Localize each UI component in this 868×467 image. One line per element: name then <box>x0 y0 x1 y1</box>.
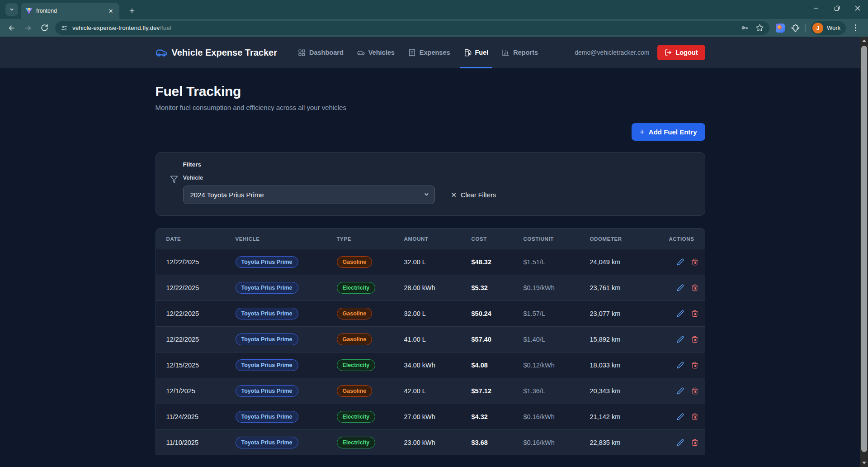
vehicle-badge: Toyota Prius Prime <box>236 256 298 268</box>
dashboard-grid-icon <box>298 49 306 57</box>
cell-amount: 34.00 kWh <box>404 362 472 369</box>
type-badge: Gasoline <box>337 385 373 397</box>
edit-button[interactable] <box>676 361 685 370</box>
nav-item-vehicles[interactable]: Vehicles <box>354 37 398 68</box>
password-key-icon[interactable] <box>741 24 749 32</box>
cell-cost-unit: $0.16/kWh <box>524 439 590 446</box>
delete-button[interactable] <box>690 386 699 396</box>
row-actions <box>669 283 699 292</box>
cell-odometer: 24,049 km <box>590 258 669 266</box>
clear-filters-button[interactable]: ✕ Clear Filters <box>451 191 496 199</box>
reload-button[interactable] <box>37 21 52 35</box>
extensions-puzzle-icon[interactable] <box>791 24 800 32</box>
edit-button[interactable] <box>676 257 685 267</box>
close-window-button[interactable] <box>847 0 868 16</box>
profile-chip[interactable]: J Work <box>811 21 846 35</box>
cell-odometer: 21,142 km <box>590 413 669 420</box>
browser-tab[interactable]: frontend ✕ <box>21 3 119 19</box>
logout-button[interactable]: Logout <box>657 45 705 60</box>
delete-button[interactable] <box>690 361 699 370</box>
vehicle-select[interactable]: 2024 Toyota Prius Prime <box>183 186 435 204</box>
restore-button[interactable] <box>826 0 847 16</box>
edit-button[interactable] <box>676 335 685 344</box>
cell-cost: $57.40 <box>472 336 524 343</box>
nav-label: Vehicles <box>368 49 395 56</box>
vehicle-badge: Toyota Prius Prime <box>236 334 298 345</box>
browser-chrome: frontend ✕ <box>0 0 868 37</box>
tab-search-button[interactable] <box>5 3 18 16</box>
add-fuel-entry-label: Add Fuel Entry <box>649 128 697 136</box>
minimize-button[interactable] <box>806 0 826 16</box>
delete-button[interactable] <box>690 309 699 318</box>
table-row: 12/22/2025 Toyota Prius Prime Electricit… <box>156 275 705 300</box>
forward-button[interactable] <box>21 21 35 35</box>
cell-cost: $57.12 <box>472 387 524 395</box>
extension-icon[interactable] <box>776 24 785 33</box>
nav-items: Dashboard Vehicles Expenses Fuel Reports <box>294 37 542 68</box>
edit-button[interactable] <box>676 412 685 421</box>
trash-icon <box>691 284 698 291</box>
url-domain: vehicle-expense-frontend.fly.dev <box>72 24 160 31</box>
new-tab-button[interactable] <box>126 5 138 17</box>
add-fuel-entry-button[interactable]: + Add Fuel Entry <box>632 123 705 141</box>
url-path: /fuel <box>160 24 171 31</box>
edit-button[interactable] <box>676 309 685 318</box>
reload-icon <box>41 24 48 32</box>
car-icon <box>357 49 365 57</box>
scroll-up-arrow[interactable] <box>860 38 868 44</box>
edit-button[interactable] <box>676 386 685 396</box>
nav-item-fuel[interactable]: Fuel <box>460 37 492 68</box>
delete-button[interactable] <box>690 438 699 447</box>
page-scrollbar[interactable] <box>860 37 868 467</box>
trash-icon <box>691 413 698 420</box>
row-actions <box>669 412 699 421</box>
tab-strip: frontend ✕ <box>0 0 868 19</box>
app-brand[interactable]: Vehicle Expense Tracker <box>156 47 278 58</box>
cell-amount: 27.00 kWh <box>404 413 472 420</box>
cell-cost-unit: $1.51/L <box>524 258 590 266</box>
col-type: TYPE <box>337 236 404 242</box>
scrollbar-thumb[interactable] <box>861 46 867 452</box>
cell-cost-unit: $1.57/L <box>524 310 590 317</box>
edit-button[interactable] <box>676 438 685 447</box>
url-bar[interactable]: vehicle-expense-frontend.fly.dev/fuel <box>55 21 769 35</box>
pencil-icon <box>677 310 684 317</box>
row-actions <box>669 309 699 318</box>
trash-icon <box>691 336 698 343</box>
vehicle-badge: Toyota Prius Prime <box>236 282 298 294</box>
pencil-icon <box>677 439 684 446</box>
back-button[interactable] <box>5 21 19 35</box>
site-settings-icon[interactable] <box>61 24 68 32</box>
bookmark-star-icon[interactable] <box>755 24 764 32</box>
col-cost: COST <box>472 236 524 242</box>
vehicle-badge: Toyota Prius Prime <box>236 308 298 319</box>
row-actions <box>669 335 699 344</box>
type-badge: Gasoline <box>337 256 373 268</box>
cell-cost-unit: $0.19/kWh <box>524 284 590 291</box>
delete-button[interactable] <box>690 412 699 421</box>
edit-button[interactable] <box>676 283 685 292</box>
nav-item-reports[interactable]: Reports <box>498 37 542 68</box>
url-text[interactable]: vehicle-expense-frontend.fly.dev/fuel <box>72 24 741 31</box>
delete-button[interactable] <box>690 283 699 292</box>
nav-item-dashboard[interactable]: Dashboard <box>294 37 347 68</box>
tab-close-icon[interactable]: ✕ <box>107 7 115 15</box>
scroll-down-arrow[interactable] <box>860 460 868 466</box>
delete-button[interactable] <box>690 257 699 267</box>
table-row: 12/1/2025 Toyota Prius Prime Gasoline 42… <box>156 378 705 404</box>
tab-title: frontend <box>36 8 107 14</box>
trash-icon <box>691 310 698 317</box>
browser-menu-kebab-icon[interactable] <box>850 24 861 31</box>
user-email: demo@vehicletracker.com <box>575 49 649 56</box>
nav-item-expenses[interactable]: Expenses <box>405 37 454 68</box>
restore-icon <box>834 5 840 11</box>
cell-date: 11/24/2025 <box>166 413 236 420</box>
back-arrow-icon <box>8 24 16 32</box>
cell-cost-unit: $1.36/L <box>524 387 590 395</box>
fuel-table: DATE VEHICLE TYPE AMOUNT COST COST/UNIT … <box>156 228 705 455</box>
profile-name: Work <box>827 24 840 31</box>
vehicle-badge: Toyota Prius Prime <box>236 437 298 448</box>
table-row: 12/22/2025 Toyota Prius Prime Gasoline 3… <box>156 300 705 326</box>
delete-button[interactable] <box>690 335 699 344</box>
cell-amount: 32.00 L <box>404 310 472 317</box>
